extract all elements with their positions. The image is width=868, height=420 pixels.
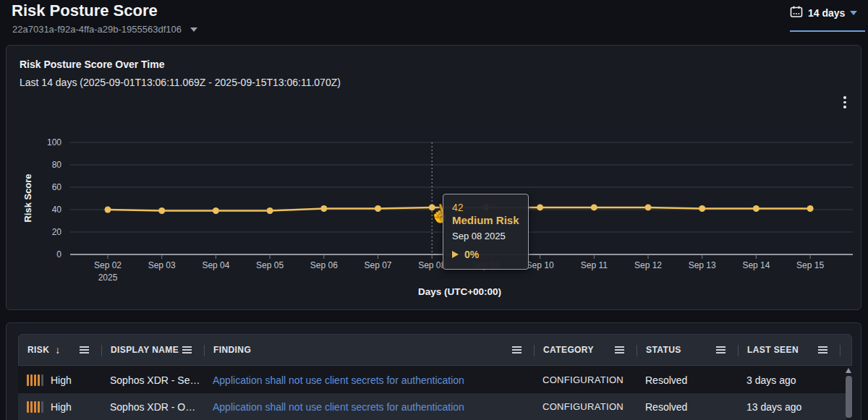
column-menu-icon[interactable] [615, 346, 624, 353]
entity-id: 22a7031a-f92a-4ffa-a29b-1955563df106 [12, 24, 182, 35]
column-header-display-name[interactable]: DISPLAY NAME [102, 335, 205, 365]
finding-link[interactable]: Application shall not use client secrets… [213, 401, 464, 413]
sort-desc-icon: ↓ [55, 344, 60, 356]
page-title: Risk Posture Score [12, 1, 158, 20]
svg-text:Sep 13: Sep 13 [689, 260, 716, 270]
scrollbar-thumb[interactable] [846, 376, 852, 418]
scroll-up-icon[interactable] [846, 368, 851, 373]
delta-triangle-icon [452, 251, 459, 258]
column-header-category[interactable]: CATEGORY [535, 335, 637, 365]
column-header-finding[interactable]: FINDING [205, 335, 535, 365]
finding-link[interactable]: Application shall not use client secrets… [213, 374, 464, 386]
category: CONFIGURATION [542, 374, 624, 385]
svg-text:Sep 02: Sep 02 [94, 260, 122, 270]
table-header-row: RISK ↓ DISPLAY NAME FINDING CATEGORY STA… [18, 334, 852, 366]
column-header-last-seen[interactable]: LAST SEEN [739, 335, 841, 365]
tooltip-date: Sep 08 2025 [452, 231, 519, 241]
column-header-risk[interactable]: RISK ↓ [19, 335, 102, 365]
svg-text:2025: 2025 [98, 273, 118, 283]
svg-text:100: 100 [47, 137, 61, 147]
column-menu-icon[interactable] [80, 346, 89, 353]
last-seen: 3 days ago [746, 374, 796, 386]
column-menu-icon[interactable] [512, 346, 522, 353]
chart-tooltip: 42 Medium Risk Sep 08 2025 0% [443, 194, 529, 270]
y-axis-title: Risk Score [22, 173, 33, 222]
category: CONFIGURATION [542, 401, 624, 412]
column-header-status[interactable]: STATUS [637, 335, 739, 365]
tooltip-value: 42 [452, 202, 519, 213]
tooltip-risk-label: Medium Risk [452, 214, 519, 226]
risk-level: High [51, 374, 72, 386]
svg-text:Sep 14: Sep 14 [742, 260, 770, 270]
chevron-down-icon [850, 11, 857, 15]
svg-text:Sep 07: Sep 07 [364, 260, 391, 270]
display-name: Sophos XDR - Se… [110, 374, 200, 386]
column-menu-icon[interactable] [818, 346, 827, 353]
table-row[interactable]: High Sophos XDR - O… Application shall n… [18, 393, 846, 420]
table-row[interactable]: High Sophos XDR - Se… Application shall … [18, 367, 846, 393]
findings-table-panel: RISK ↓ DISPLAY NAME FINDING CATEGORY STA… [6, 322, 861, 420]
calendar-icon [790, 5, 803, 21]
tooltip-delta-row: 0% [452, 249, 519, 260]
date-range-selector[interactable]: 14 days [790, 3, 865, 32]
risk-score-line-chart[interactable]: 020406080100Sep 022025Sep 03Sep 04Sep 05… [7, 46, 862, 286]
risk-level: High [51, 401, 72, 413]
svg-text:Sep 10: Sep 10 [527, 260, 554, 270]
svg-text:60: 60 [52, 182, 62, 192]
svg-text:80: 80 [52, 160, 62, 170]
column-menu-icon[interactable] [182, 346, 192, 353]
svg-text:Sep 04: Sep 04 [202, 260, 229, 270]
svg-text:20: 20 [52, 227, 62, 237]
svg-text:0: 0 [56, 249, 61, 260]
table-scrollbar[interactable] [843, 368, 854, 420]
svg-text:Sep 05: Sep 05 [256, 260, 284, 270]
chevron-down-icon [190, 27, 197, 32]
chart-panel: Risk Posture Score Over Time Last 14 day… [6, 45, 861, 310]
risk-level-bars-icon [27, 401, 43, 413]
display-name: Sophos XDR - O… [110, 401, 195, 413]
svg-text:Sep 12: Sep 12 [634, 260, 662, 270]
svg-text:Sep 11: Sep 11 [581, 260, 608, 270]
svg-text:Sep 03: Sep 03 [148, 260, 176, 270]
status: Resolved [645, 401, 687, 413]
svg-text:40: 40 [52, 205, 62, 215]
entity-selector[interactable]: 22a7031a-f92a-4ffa-a29b-1955563df106 [12, 24, 197, 35]
last-seen: 13 days ago [746, 401, 801, 413]
x-axis-title: Days (UTC+00:00) [57, 286, 862, 297]
date-range-underline [790, 30, 865, 32]
svg-text:Sep 08: Sep 08 [418, 260, 446, 270]
risk-level-bars-icon [27, 374, 43, 386]
tooltip-delta-pct: 0% [464, 249, 479, 260]
svg-text:Sep 15: Sep 15 [796, 260, 824, 270]
svg-text:Sep 06: Sep 06 [310, 260, 338, 270]
column-menu-icon[interactable] [716, 346, 726, 353]
date-range-label: 14 days [808, 7, 845, 19]
status: Resolved [645, 374, 687, 386]
